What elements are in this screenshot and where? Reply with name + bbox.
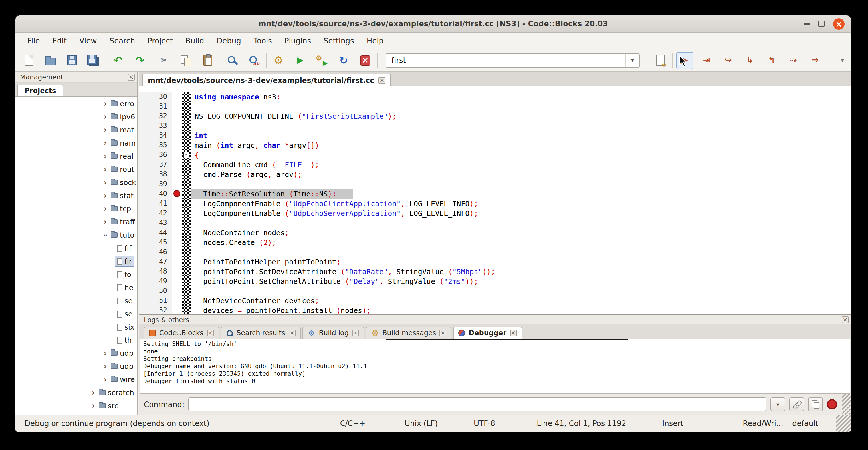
- open-button[interactable]: [42, 52, 59, 69]
- command-dropdown-button[interactable]: [770, 397, 785, 411]
- tree-item-mat[interactable]: mat: [16, 123, 137, 137]
- breakpoint-margin[interactable]: [172, 286, 182, 296]
- build-and-run-button[interactable]: [313, 52, 331, 69]
- code-line[interactable]: 42 LogComponentEnable ("UdpEchoServerApp…: [139, 208, 851, 218]
- tree-chevron-icon[interactable]: [101, 178, 109, 187]
- run-to-cursor-button[interactable]: [698, 52, 715, 69]
- titlebar[interactable]: mnt/dev/tools/source/ns-3-dev/examples/t…: [16, 16, 851, 33]
- run-button[interactable]: [291, 52, 309, 69]
- step-into-instruction-button[interactable]: [806, 52, 824, 69]
- tree-item-rout[interactable]: rout: [16, 163, 137, 176]
- tree-item-se[interactable]: se: [16, 294, 137, 307]
- tree-item-tcp[interactable]: tcp: [16, 202, 137, 215]
- find-replace-button[interactable]: [245, 52, 262, 69]
- log-tab-code-blocks[interactable]: Code::Blocks: [144, 327, 219, 339]
- breakpoint-margin[interactable]: [172, 170, 182, 179]
- code-line[interactable]: 34int: [139, 131, 851, 141]
- tree-item-stat[interactable]: stat: [16, 189, 137, 202]
- breakpoint-margin[interactable]: [172, 92, 182, 102]
- breakpoint-margin[interactable]: [172, 111, 182, 121]
- breakpoint-margin[interactable]: [172, 208, 182, 218]
- tree-chevron-icon[interactable]: [101, 165, 109, 174]
- breakpoint-margin[interactable]: [172, 305, 182, 314]
- code-line[interactable]: 32NS_LOG_COMPONENT_DEFINE ("FirstScriptE…: [139, 111, 851, 121]
- tab-close-icon[interactable]: [352, 330, 359, 336]
- menu-item-search[interactable]: Search: [103, 34, 141, 48]
- management-close-icon[interactable]: [128, 74, 135, 81]
- code-line[interactable]: 50: [139, 286, 851, 296]
- code-line[interactable]: 30using namespace ns3;: [139, 92, 851, 102]
- menu-item-debug[interactable]: Debug: [210, 34, 247, 48]
- code-line[interactable]: 38 cmd.Parse (argc, argv);: [139, 170, 851, 179]
- breakpoint-margin[interactable]: [172, 121, 182, 131]
- breakpoint-margin[interactable]: [172, 257, 182, 267]
- breakpoint-margin[interactable]: [172, 189, 182, 199]
- save-button[interactable]: [63, 52, 81, 69]
- tree-chevron-icon[interactable]: [101, 152, 109, 160]
- breakpoint-margin[interactable]: [172, 228, 182, 238]
- debug-continue-button[interactable]: [676, 52, 693, 69]
- tree-item-fir[interactable]: fir: [16, 255, 137, 268]
- tree-chevron-icon[interactable]: [101, 126, 109, 134]
- tree-item-traff[interactable]: traff: [16, 215, 137, 229]
- step-out-button[interactable]: [763, 52, 780, 69]
- breakpoint-margin[interactable]: [172, 179, 182, 189]
- logs-close-icon[interactable]: [842, 316, 848, 323]
- tree-item-src[interactable]: src: [16, 399, 137, 412]
- fold-collapse-icon[interactable]: -: [183, 152, 189, 158]
- command-input[interactable]: [188, 397, 767, 411]
- editor-tab[interactable]: mnt/dev/tools/source/ns-3-dev/examples/t…: [142, 74, 391, 86]
- stop-debugger-button[interactable]: [827, 399, 837, 410]
- code-line[interactable]: 43: [139, 218, 851, 228]
- build-button[interactable]: [270, 52, 287, 69]
- tree-chevron-icon[interactable]: [101, 375, 109, 384]
- code-line[interactable]: 45 nodes.Create (2);: [139, 238, 851, 247]
- compile-current-file-button[interactable]: [652, 52, 669, 69]
- breakpoint-margin[interactable]: [172, 218, 182, 228]
- step-into-button[interactable]: [741, 52, 758, 69]
- menu-item-view[interactable]: View: [73, 34, 103, 48]
- editor-tab-close-icon[interactable]: [379, 77, 385, 84]
- code-line[interactable]: 37 CommandLine cmd (__FILE__);: [139, 160, 851, 170]
- cut-button[interactable]: [156, 52, 173, 69]
- code-line[interactable]: 33: [139, 121, 851, 131]
- redo-button[interactable]: [131, 52, 148, 69]
- code-line[interactable]: 40 Time::SetResolution (Time::NS);: [139, 189, 851, 199]
- tree-item-se[interactable]: se: [16, 307, 137, 320]
- code-line[interactable]: 52 devices = pointToPoint.Install (nodes…: [139, 305, 851, 314]
- menu-item-build[interactable]: Build: [179, 34, 210, 48]
- tab-close-icon[interactable]: [510, 330, 517, 336]
- tree-item-tuto[interactable]: tuto: [16, 229, 137, 242]
- breakpoint-margin[interactable]: [172, 199, 182, 208]
- tree-chevron-icon[interactable]: [101, 113, 109, 121]
- paste-button[interactable]: [199, 52, 216, 69]
- code-editor[interactable]: 30using namespace ns3;3132NS_LOG_COMPONE…: [139, 86, 851, 314]
- breakpoint-margin[interactable]: [172, 276, 182, 286]
- tree-item-sock[interactable]: sock: [16, 176, 137, 189]
- log-tab-build-messages[interactable]: Build messages: [366, 327, 452, 339]
- tree-item-ipv6[interactable]: ipv6: [16, 110, 137, 123]
- code-line[interactable]: 31: [139, 102, 851, 111]
- undo-button[interactable]: [110, 52, 127, 69]
- log-tab-debugger[interactable]: Debugger: [453, 327, 522, 339]
- menu-item-plugins[interactable]: Plugins: [278, 34, 317, 48]
- breakpoint-margin[interactable]: [172, 247, 182, 257]
- new-file-button[interactable]: [20, 52, 37, 69]
- tree-chevron-icon[interactable]: [101, 99, 109, 108]
- tree-item-fif[interactable]: fif: [16, 242, 137, 255]
- rebuild-button[interactable]: [335, 52, 352, 69]
- next-line-button[interactable]: [720, 52, 737, 69]
- tree-chevron-icon[interactable]: [101, 217, 109, 226]
- tree-item-he[interactable]: he: [16, 281, 137, 294]
- attach-button[interactable]: [789, 397, 804, 411]
- window-resize-grip[interactable]: [836, 415, 851, 432]
- tree-item-erro[interactable]: erro: [16, 97, 137, 110]
- menu-item-settings[interactable]: Settings: [317, 34, 361, 48]
- project-tree[interactable]: erroipv6matnamrealroutsockstattcptrafftu…: [16, 96, 137, 415]
- tree-item-scratch[interactable]: scratch: [16, 386, 137, 399]
- tree-item-wire[interactable]: wire: [16, 373, 137, 386]
- code-line[interactable]: 41 LogComponentEnable ("UdpEchoClientApp…: [139, 199, 851, 208]
- panel-resize-grip[interactable]: [842, 394, 851, 415]
- breakpoint-margin[interactable]: [172, 267, 182, 276]
- tree-chevron-icon[interactable]: [101, 349, 109, 358]
